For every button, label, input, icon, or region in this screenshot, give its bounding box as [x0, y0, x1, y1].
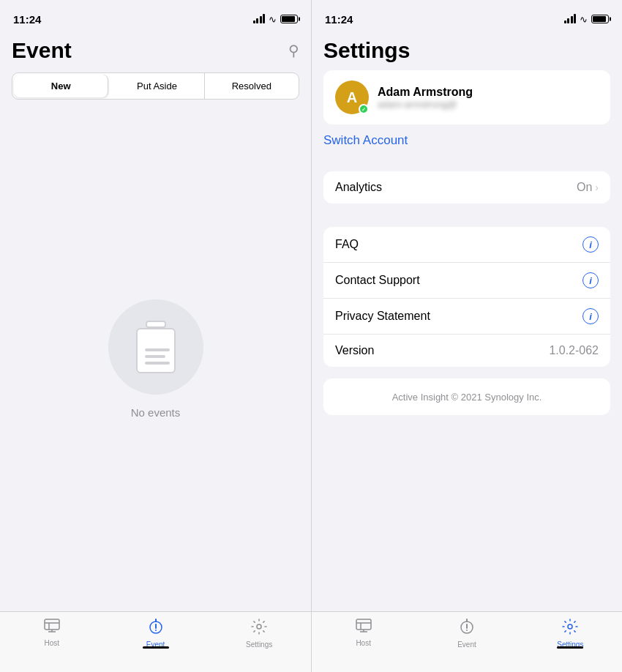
right-tab-event[interactable]: Event — [415, 618, 518, 649]
avatar-letter: A — [347, 89, 357, 106]
settings-title: Settings — [323, 38, 410, 62]
right-tab-settings[interactable]: Settings — [519, 618, 622, 649]
empty-state: No events — [0, 107, 311, 611]
analytics-chevron: › — [595, 182, 599, 193]
tab-put-aside[interactable]: Put Aside — [110, 73, 204, 99]
user-name: Adam Armstrong — [378, 86, 599, 99]
empty-text: No events — [131, 406, 181, 419]
right-host-label: Host — [356, 639, 371, 647]
right-status-icons: ∿ — [564, 14, 610, 25]
svg-rect-0 — [45, 619, 59, 630]
contact-support-info-icon: i — [582, 272, 599, 288]
right-status-bar: 11:24 ∿ — [312, 0, 622, 32]
user-info: Adam Armstrong adam-armstrong@ — [378, 86, 599, 110]
faq-info-icon: i — [582, 236, 599, 253]
right-settings-icon — [561, 618, 579, 638]
right-header: Settings — [312, 32, 622, 70]
svg-rect-9 — [356, 619, 371, 630]
user-card: A Adam Armstrong adam-armstrong@ — [323, 70, 610, 124]
privacy-statement-row[interactable]: Privacy Statement i — [323, 299, 610, 335]
faq-label: FAQ — [335, 238, 359, 251]
host-icon — [43, 618, 61, 637]
right-event-label: Event — [457, 641, 476, 649]
right-tab-host[interactable]: Host — [312, 618, 415, 647]
left-settings-label: Settings — [246, 641, 272, 649]
clipboard-icon — [134, 321, 178, 373]
privacy-statement-label: Privacy Statement — [335, 310, 430, 323]
left-tab-bar: Host Event Settings — [0, 611, 311, 672]
faq-row[interactable]: FAQ i — [323, 227, 610, 263]
divider-1 — [312, 148, 622, 160]
event-icon — [148, 618, 164, 638]
version-row: Version 1.0.2-062 — [323, 335, 610, 367]
right-tab-bar: Host Event Settings — [312, 611, 622, 672]
left-panel: 11:24 ∿ Event ⚲ New Put Aside Resolved — [0, 0, 311, 672]
analytics-label: Analytics — [335, 181, 382, 194]
left-tab-event[interactable]: Event — [104, 618, 208, 649]
signal-icon — [253, 15, 266, 23]
settings-icon-left — [250, 618, 268, 638]
left-header: Event ⚲ — [0, 32, 311, 65]
left-status-time: 11:24 — [13, 13, 41, 26]
left-tab-host[interactable]: Host — [0, 618, 104, 647]
faq-right: i — [582, 236, 599, 253]
analytics-section: Analytics On › — [323, 171, 610, 204]
tab-resolved[interactable]: Resolved — [205, 73, 299, 99]
left-status-bar: 11:24 ∿ — [0, 0, 311, 32]
left-tab-settings[interactable]: Settings — [207, 618, 311, 649]
avatar: A — [335, 81, 369, 114]
analytics-value: On — [577, 181, 592, 194]
wifi-icon: ∿ — [269, 14, 277, 25]
svg-point-8 — [257, 624, 261, 629]
svg-point-7 — [155, 630, 157, 631]
svg-point-16 — [466, 630, 468, 631]
privacy-info-icon: i — [582, 308, 599, 324]
footer-text: Active Insight © 2021 Synology Inc. — [392, 392, 542, 403]
menu-section: FAQ i Contact Support i Privacy Statemen… — [323, 227, 610, 367]
version-right: 1.0.2-062 — [549, 344, 599, 357]
contact-support-label: Contact Support — [335, 274, 420, 287]
empty-circle — [108, 299, 203, 395]
right-wifi-icon: ∿ — [580, 14, 588, 25]
user-email: adam-armstrong@ — [378, 99, 599, 110]
right-panel: 11:24 ∿ Settings A Adam Armstrong adam-a… — [311, 0, 622, 672]
svg-point-17 — [568, 624, 572, 629]
segment-control: New Put Aside Resolved — [12, 72, 299, 100]
left-host-label: Host — [45, 639, 60, 647]
version-value: 1.0.2-062 — [549, 344, 599, 357]
analytics-right: On › — [577, 181, 599, 194]
avatar-verified-badge — [359, 104, 369, 114]
version-label: Version — [335, 344, 374, 357]
left-status-icons: ∿ — [253, 14, 299, 25]
analytics-row[interactable]: Analytics On › — [323, 171, 610, 204]
right-status-time: 11:24 — [325, 13, 353, 26]
divider-2 — [312, 204, 622, 215]
contact-support-right: i — [582, 272, 599, 288]
filter-icon[interactable]: ⚲ — [288, 42, 299, 59]
privacy-statement-right: i — [582, 308, 599, 324]
battery-icon — [280, 15, 298, 23]
spacer — [312, 415, 622, 611]
right-signal-icon — [564, 15, 577, 23]
settings-footer: Active Insight © 2021 Synology Inc. — [323, 378, 610, 415]
right-host-icon — [355, 618, 372, 637]
page-title: Event — [12, 38, 72, 62]
switch-account-button[interactable]: Switch Account — [312, 124, 622, 148]
tab-new[interactable]: New — [14, 75, 108, 97]
right-battery-icon — [591, 15, 609, 23]
contact-support-row[interactable]: Contact Support i — [323, 263, 610, 299]
right-event-icon — [459, 618, 475, 638]
